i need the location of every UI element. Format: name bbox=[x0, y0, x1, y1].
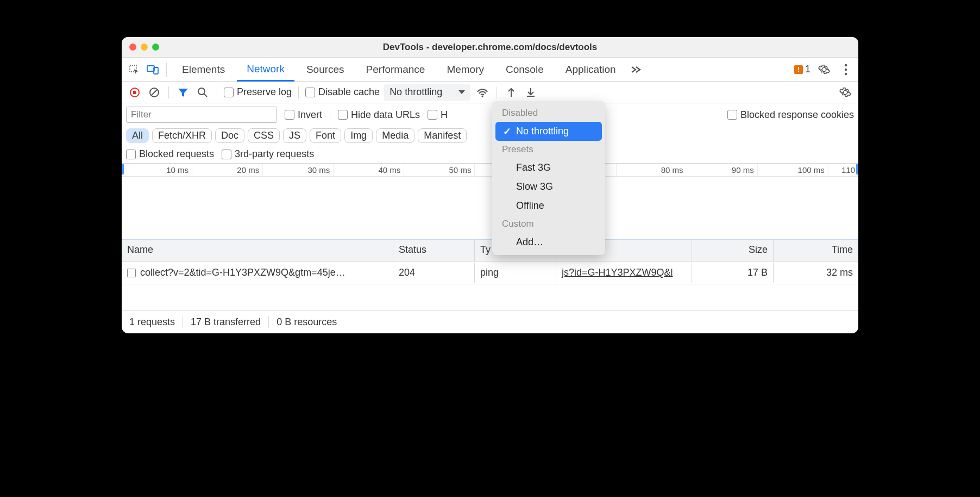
filter-input[interactable] bbox=[126, 107, 277, 123]
import-har-icon[interactable] bbox=[504, 85, 519, 100]
tab-network[interactable]: Network bbox=[237, 58, 294, 82]
checkbox-icon bbox=[285, 110, 294, 120]
tick: 100 ms bbox=[757, 164, 828, 176]
col-header-status[interactable]: Status bbox=[393, 240, 475, 261]
main-tabbar: Elements Network Sources Performance Mem… bbox=[122, 58, 858, 82]
issues-badge[interactable]: ! 1 bbox=[794, 64, 811, 75]
checkbox-icon bbox=[305, 88, 315, 97]
dropdown-item-slow-3g[interactable]: Slow 3G bbox=[492, 177, 605, 196]
hidden-label: H bbox=[441, 109, 448, 121]
tab-performance[interactable]: Performance bbox=[356, 58, 435, 81]
timeline-ticks: 10 ms 20 ms 30 ms 40 ms 50 ms 80 ms 90 m… bbox=[122, 164, 858, 177]
timeline-end-handle[interactable] bbox=[856, 164, 858, 175]
col-header-size[interactable]: Size bbox=[692, 240, 774, 261]
filter-icon[interactable] bbox=[175, 85, 191, 100]
record-button[interactable] bbox=[127, 85, 142, 100]
checkbox-icon bbox=[727, 110, 737, 120]
chip-doc[interactable]: Doc bbox=[215, 128, 244, 143]
dropdown-item-offline[interactable]: Offline bbox=[492, 196, 605, 215]
blocked-response-cookies-checkbox[interactable]: Blocked response cookies bbox=[727, 109, 854, 121]
preserve-log-checkbox[interactable]: Preserve log bbox=[224, 86, 292, 98]
third-party-requests-label: 3rd-party requests bbox=[235, 148, 314, 160]
tick: 50 ms bbox=[404, 164, 474, 176]
dropdown-item-fast-3g[interactable]: Fast 3G bbox=[492, 158, 605, 177]
clear-button[interactable] bbox=[147, 85, 162, 100]
svg-point-4 bbox=[845, 68, 847, 70]
tab-console[interactable]: Console bbox=[496, 58, 554, 81]
svg-point-10 bbox=[198, 88, 205, 95]
chip-manifest[interactable]: Manifest bbox=[418, 128, 467, 143]
search-icon[interactable] bbox=[195, 85, 210, 100]
timeline-start-handle[interactable] bbox=[122, 164, 124, 175]
more-tabs-icon[interactable] bbox=[628, 61, 644, 78]
blocked-requests-checkbox[interactable]: Blocked requests bbox=[126, 148, 214, 160]
svg-point-3 bbox=[845, 64, 847, 66]
checkbox-icon bbox=[126, 150, 136, 159]
chip-all[interactable]: All bbox=[126, 128, 149, 143]
titlebar: DevTools - developer.chrome.com/docs/dev… bbox=[122, 37, 858, 58]
col-header-name[interactable]: Name bbox=[122, 240, 393, 261]
dropdown-section-disabled: Disabled bbox=[492, 104, 605, 122]
table-row[interactable]: collect?v=2&tid=G-H1Y3PXZW9Q&gtm=45je… 2… bbox=[122, 262, 858, 284]
export-har-icon[interactable] bbox=[523, 85, 538, 100]
separator bbox=[168, 86, 169, 98]
tab-sources[interactable]: Sources bbox=[297, 58, 354, 81]
minimize-window-button[interactable] bbox=[141, 44, 148, 51]
third-party-requests-checkbox[interactable]: 3rd-party requests bbox=[222, 148, 314, 160]
file-icon bbox=[127, 269, 136, 277]
request-name: collect?v=2&tid=G-H1Y3PXZW9Q&gtm=45je… bbox=[140, 267, 345, 278]
chip-js[interactable]: JS bbox=[283, 128, 306, 143]
inspect-element-icon[interactable] bbox=[126, 61, 142, 78]
tab-application[interactable]: Application bbox=[556, 58, 626, 81]
separator bbox=[298, 86, 299, 98]
dropdown-item-add[interactable]: Add… bbox=[492, 233, 605, 252]
svg-point-12 bbox=[482, 95, 483, 97]
invert-checkbox[interactable]: Invert bbox=[285, 109, 322, 121]
invert-label: Invert bbox=[298, 109, 322, 121]
dropdown-item-no-throttling[interactable]: No throttling bbox=[495, 122, 602, 141]
separator bbox=[166, 63, 167, 77]
chip-css[interactable]: CSS bbox=[248, 128, 280, 143]
tab-elements[interactable]: Elements bbox=[172, 58, 235, 81]
kebab-menu-icon[interactable] bbox=[838, 61, 854, 78]
filter-bar: Invert Hide data URLs H Blocked response… bbox=[122, 103, 858, 164]
hide-data-urls-checkbox[interactable]: Hide data URLs bbox=[338, 109, 420, 121]
network-settings-icon[interactable] bbox=[838, 85, 853, 100]
col-header-time[interactable]: Time bbox=[774, 240, 858, 261]
throttling-select[interactable]: No throttling bbox=[384, 84, 470, 101]
chip-font[interactable]: Font bbox=[310, 128, 341, 143]
issues-count: 1 bbox=[805, 64, 811, 75]
separator bbox=[497, 86, 497, 98]
checkbox-icon bbox=[338, 110, 348, 120]
chip-img[interactable]: Img bbox=[344, 128, 373, 143]
hidden-checkbox-partial[interactable]: H bbox=[428, 109, 448, 121]
chip-media[interactable]: Media bbox=[376, 128, 414, 143]
status-bar: 1 requests 17 B transferred 0 B resource… bbox=[122, 310, 858, 333]
hide-data-urls-label: Hide data URLs bbox=[351, 109, 420, 121]
chevron-down-icon bbox=[458, 90, 465, 94]
stat-resources: 0 B resources bbox=[269, 316, 344, 328]
separator bbox=[330, 109, 330, 121]
window-title: DevTools - developer.chrome.com/docs/dev… bbox=[122, 42, 858, 53]
disable-cache-checkbox[interactable]: Disable cache bbox=[305, 86, 380, 98]
tick: 110 bbox=[828, 164, 858, 176]
request-time: 32 ms bbox=[774, 263, 858, 283]
checkbox-icon bbox=[224, 88, 234, 97]
stat-transferred: 17 B transferred bbox=[183, 316, 269, 328]
timeline-overview[interactable]: 10 ms 20 ms 30 ms 40 ms 50 ms 80 ms 90 m… bbox=[122, 164, 858, 240]
traffic-lights bbox=[122, 44, 159, 51]
request-initiator-link[interactable]: js?id=G-H1Y3PXZW9Q&l bbox=[562, 267, 673, 278]
warning-icon: ! bbox=[794, 65, 803, 74]
network-conditions-icon[interactable] bbox=[475, 85, 490, 100]
settings-icon[interactable] bbox=[816, 61, 832, 78]
tab-memory[interactable]: Memory bbox=[437, 58, 494, 81]
chip-fetch-xhr[interactable]: Fetch/XHR bbox=[152, 128, 212, 143]
tick: 90 ms bbox=[687, 164, 757, 176]
throttling-value: No throttling bbox=[390, 86, 442, 98]
maximize-window-button[interactable] bbox=[152, 44, 159, 51]
svg-line-11 bbox=[204, 94, 207, 97]
close-window-button[interactable] bbox=[129, 44, 136, 51]
device-toolbar-icon[interactable] bbox=[145, 61, 161, 78]
tick: 10 ms bbox=[122, 164, 192, 176]
checkbox-icon bbox=[428, 110, 437, 120]
